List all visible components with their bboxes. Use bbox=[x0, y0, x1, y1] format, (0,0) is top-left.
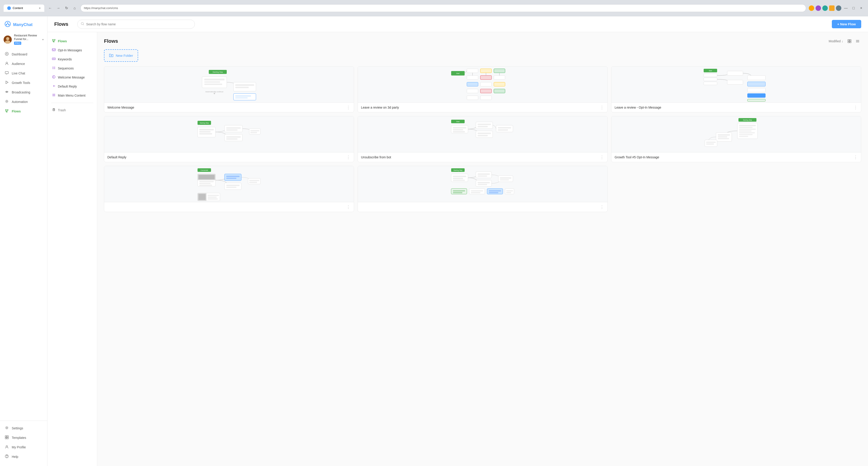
svg-rect-177 bbox=[477, 176, 487, 177]
svg-rect-57 bbox=[235, 84, 254, 86]
flow-card-footer-3: Leave a review - Opt-In Message ⋮ bbox=[612, 103, 861, 112]
flow-card-preview-2: Start bbox=[358, 66, 608, 103]
sidebar-bottom: Settings Templates My Profile Help bbox=[0, 420, 47, 462]
sidebar-item-broadcasting[interactable]: Broadcasting bbox=[0, 88, 47, 97]
subnav-label-default-reply: Default Reply bbox=[58, 85, 77, 88]
sidebar-item-growth-tools[interactable]: Growth Tools bbox=[0, 78, 47, 88]
logo-text: ManyChat bbox=[13, 22, 33, 27]
sidebar-item-help[interactable]: Help bbox=[0, 452, 47, 462]
flow-card-menu-8[interactable]: ⋮ bbox=[600, 205, 604, 209]
svg-rect-98 bbox=[199, 129, 214, 130]
flow-card-menu-3[interactable]: ⋮ bbox=[854, 106, 858, 110]
subnav-item-trash[interactable]: Trash bbox=[48, 106, 97, 115]
extension-btn-4[interactable] bbox=[829, 5, 835, 11]
back-button[interactable]: ← bbox=[47, 5, 53, 11]
svg-rect-133 bbox=[739, 130, 752, 132]
subnav-label-main-menu: Main Menu Content bbox=[58, 94, 86, 97]
sidebar-item-automation[interactable]: Automation bbox=[0, 97, 47, 107]
flow-card-menu-7[interactable]: ⋮ bbox=[346, 205, 350, 209]
svg-rect-172 bbox=[453, 176, 466, 177]
svg-rect-156 bbox=[224, 183, 241, 190]
svg-rect-159 bbox=[248, 178, 260, 184]
sidebar-item-templates[interactable]: Templates bbox=[0, 433, 47, 442]
new-folder-card[interactable]: New Folder bbox=[104, 49, 138, 62]
sidebar-item-my-profile[interactable]: My Profile bbox=[0, 442, 47, 452]
flow-card-preview-7: Connected bbox=[104, 166, 354, 202]
sidebar-item-dashboard[interactable]: Dashboard bbox=[0, 50, 47, 59]
flow-card-menu-2[interactable]: ⋮ bbox=[600, 106, 604, 110]
sidebar-item-live-chat[interactable]: Live Chat bbox=[0, 68, 47, 78]
sidebar-item-settings[interactable]: Settings bbox=[0, 424, 47, 433]
logo-icon bbox=[4, 21, 11, 29]
browser-tab[interactable]: Content × bbox=[4, 4, 44, 12]
svg-point-0 bbox=[5, 21, 10, 27]
search-input[interactable] bbox=[86, 22, 191, 26]
flows-title: Flows bbox=[104, 38, 118, 44]
logo[interactable]: ManyChat bbox=[0, 21, 47, 34]
flow-card-menu-1[interactable]: ⋮ bbox=[346, 106, 350, 110]
flow-card-8[interactable]: Starting Step bbox=[358, 166, 608, 212]
extension-btn-3[interactable] bbox=[822, 5, 828, 11]
list-view-button[interactable] bbox=[854, 37, 861, 45]
flow-card-leave-review-3rd[interactable]: Start bbox=[358, 66, 608, 112]
svg-rect-99 bbox=[199, 131, 211, 133]
flow-card-7[interactable]: Connected bbox=[104, 166, 354, 212]
home-button[interactable]: ⌂ bbox=[71, 5, 78, 11]
svg-rect-136 bbox=[739, 136, 748, 137]
flow-card-default-reply[interactable]: Starting Step bbox=[104, 116, 354, 162]
avatar bbox=[4, 35, 12, 43]
svg-text:Connected: Connected bbox=[200, 169, 208, 171]
sidebar-item-flows[interactable]: Flows bbox=[0, 107, 47, 116]
search-box[interactable] bbox=[77, 20, 195, 29]
flow-card-welcome-message[interactable]: Starting Step Automatically continue bbox=[104, 66, 354, 112]
grid-view-button[interactable] bbox=[846, 37, 853, 45]
sidebar-label-dashboard: Dashboard bbox=[12, 53, 27, 56]
maximize-button[interactable]: □ bbox=[850, 5, 857, 11]
flow-card-growth-tool-5[interactable]: Starting Step bbox=[611, 116, 861, 162]
svg-rect-37 bbox=[53, 109, 55, 111]
flow-card-footer-6: Growth Tool #5 Opt-In Message ⋮ bbox=[612, 152, 861, 162]
flow-card-unsubscribe[interactable]: Start bbox=[358, 116, 608, 162]
account-section[interactable]: Restaurant Review Funnel for... PRO ▾ bbox=[0, 34, 47, 50]
subnav-item-sequences[interactable]: Sequences bbox=[48, 64, 97, 73]
subnav-item-opt-in[interactable]: Opt-In Messages bbox=[48, 46, 97, 55]
svg-rect-80 bbox=[480, 96, 492, 100]
flow-card-menu-5[interactable]: ⋮ bbox=[600, 155, 604, 159]
svg-point-33 bbox=[53, 76, 55, 78]
subnav-item-default-reply[interactable]: Default Reply bbox=[48, 82, 97, 91]
flows-icon bbox=[4, 109, 9, 114]
sort-label[interactable]: Modified ↓ bbox=[829, 39, 843, 43]
reload-button[interactable]: ↻ bbox=[63, 5, 70, 11]
browser-chrome: Content × ← → ↻ ⌂ https://manychat.com/c… bbox=[0, 0, 868, 16]
subnav-item-keywords[interactable]: Keywords bbox=[48, 55, 97, 64]
subnav-item-welcome[interactable]: Welcome Message bbox=[48, 73, 97, 82]
flow-card-leave-review-optin[interactable]: Start bbox=[611, 66, 861, 112]
svg-line-26 bbox=[83, 24, 84, 25]
tab-close-button[interactable]: × bbox=[39, 6, 41, 10]
address-bar[interactable]: https://manychat.com/cms bbox=[81, 4, 806, 12]
svg-rect-155 bbox=[226, 178, 237, 179]
svg-rect-152 bbox=[199, 184, 212, 186]
flow-card-menu-6[interactable]: ⋮ bbox=[854, 155, 858, 159]
svg-rect-115 bbox=[453, 129, 463, 130]
svg-rect-85 bbox=[704, 78, 717, 81]
svg-rect-61 bbox=[234, 93, 256, 100]
svg-rect-77 bbox=[480, 89, 492, 93]
forward-button[interactable]: → bbox=[55, 5, 61, 11]
svg-rect-120 bbox=[476, 131, 493, 138]
extension-btn-2[interactable] bbox=[815, 5, 821, 11]
flow-card-preview-6: Starting Step bbox=[612, 116, 861, 152]
svg-rect-75 bbox=[494, 82, 505, 86]
minimize-button[interactable]: — bbox=[843, 5, 849, 11]
subnav-item-main-menu[interactable]: Main Menu Content bbox=[48, 91, 97, 100]
tab-title: Content bbox=[13, 6, 23, 10]
subnav-item-flows[interactable]: Flows bbox=[48, 37, 97, 46]
extension-btn-5[interactable] bbox=[836, 5, 841, 11]
extension-btn-1[interactable] bbox=[809, 5, 814, 11]
close-window-button[interactable]: × bbox=[858, 5, 864, 11]
new-flow-button[interactable]: + New Flow bbox=[832, 20, 861, 28]
sidebar-item-audience[interactable]: Audience bbox=[0, 59, 47, 68]
flow-card-name-4: Default Reply bbox=[107, 155, 126, 159]
flow-card-menu-4[interactable]: ⋮ bbox=[346, 155, 350, 159]
flow-card-footer-5: Unsubscribe from bot ⋮ bbox=[358, 152, 608, 162]
